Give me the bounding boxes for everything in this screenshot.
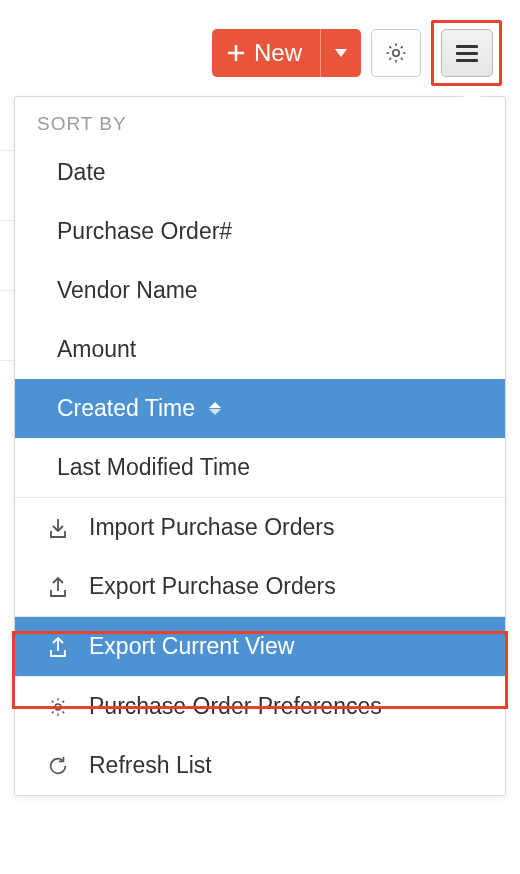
new-button[interactable]: New <box>212 29 320 77</box>
refresh-icon <box>47 755 69 777</box>
import-icon <box>48 517 68 539</box>
sort-item-label: Last Modified Time <box>57 454 250 480</box>
sort-item-purchase-order[interactable]: Purchase Order# <box>15 202 505 261</box>
svg-point-3 <box>393 50 399 56</box>
action-label: Export Purchase Orders <box>89 573 336 600</box>
sort-item-label: Date <box>57 159 106 185</box>
sort-item-date[interactable]: Date <box>15 143 505 202</box>
sort-item-created-time[interactable]: Created Time <box>15 379 505 438</box>
gear-icon <box>384 41 408 65</box>
svg-point-9 <box>55 704 61 710</box>
sort-item-last-modified[interactable]: Last Modified Time <box>15 438 505 497</box>
hamburger-callout <box>431 20 502 86</box>
sort-by-heading: SORT BY <box>15 97 505 143</box>
background-rows <box>0 150 14 430</box>
action-label: Export Current View <box>89 633 294 660</box>
sort-item-label: Amount <box>57 336 136 362</box>
action-label: Purchase Order Preferences <box>89 693 382 720</box>
sort-direction-icon <box>209 402 221 415</box>
gear-icon <box>47 696 69 718</box>
sort-item-amount[interactable]: Amount <box>15 320 505 379</box>
settings-button[interactable] <box>371 29 421 77</box>
sort-item-label: Created Time <box>57 395 195 422</box>
new-button-group: New <box>212 29 361 77</box>
svg-marker-4 <box>209 402 221 408</box>
plus-icon <box>226 43 246 63</box>
hamburger-button[interactable] <box>441 29 493 77</box>
sort-list: Date Purchase Order# Vendor Name Amount … <box>15 143 505 497</box>
action-list: Import Purchase Orders Export Purchase O… <box>15 497 505 795</box>
caret-down-icon <box>335 49 347 57</box>
sort-item-vendor-name[interactable]: Vendor Name <box>15 261 505 320</box>
sort-item-label: Purchase Order# <box>57 218 232 244</box>
new-button-dropdown[interactable] <box>320 29 361 77</box>
export-icon <box>48 636 68 658</box>
dropdown-panel: SORT BY Date Purchase Order# Vendor Name… <box>14 96 506 796</box>
action-import[interactable]: Import Purchase Orders <box>15 498 505 557</box>
action-preferences[interactable]: Purchase Order Preferences <box>15 676 505 736</box>
action-label: Refresh List <box>89 752 212 779</box>
new-button-label: New <box>254 39 302 67</box>
action-export-current-view[interactable]: Export Current View <box>15 616 505 676</box>
hamburger-icon <box>456 45 478 62</box>
action-label: Import Purchase Orders <box>89 514 334 541</box>
action-refresh[interactable]: Refresh List <box>15 736 505 795</box>
action-export[interactable]: Export Purchase Orders <box>15 557 505 616</box>
export-icon <box>48 576 68 598</box>
svg-marker-2 <box>335 49 347 57</box>
sort-item-label: Vendor Name <box>57 277 198 303</box>
svg-marker-5 <box>209 409 221 415</box>
toolbar: New <box>0 0 520 96</box>
